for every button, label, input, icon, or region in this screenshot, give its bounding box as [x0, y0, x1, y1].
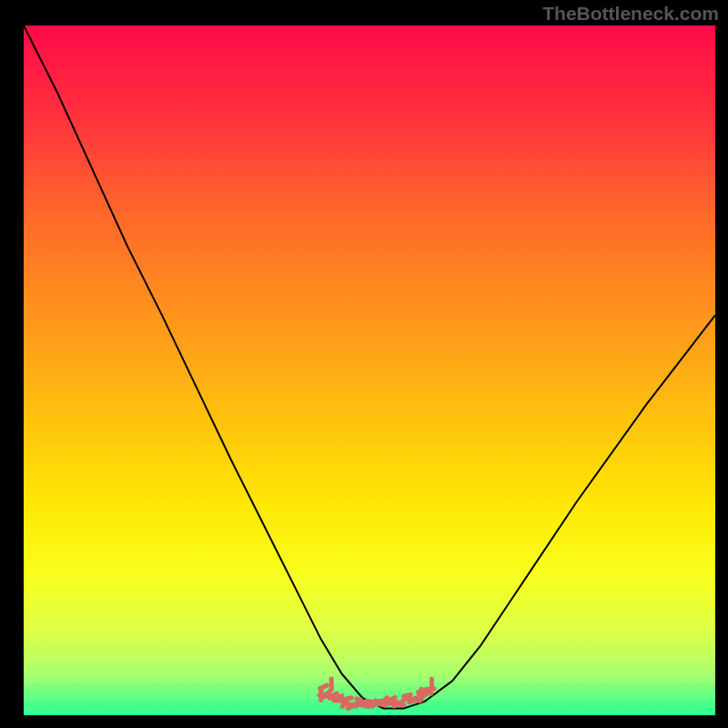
- svg-line-17: [339, 699, 344, 700]
- chart-container: TheBottleneck.com: [0, 0, 728, 728]
- gradient-background: [24, 25, 715, 715]
- svg-line-49: [416, 701, 420, 702]
- svg-line-34: [379, 704, 386, 706]
- svg-line-24: [357, 699, 361, 700]
- watermark-text: TheBottleneck.com: [542, 3, 719, 25]
- bottleneck-chart: [0, 0, 728, 728]
- svg-line-20: [347, 698, 351, 699]
